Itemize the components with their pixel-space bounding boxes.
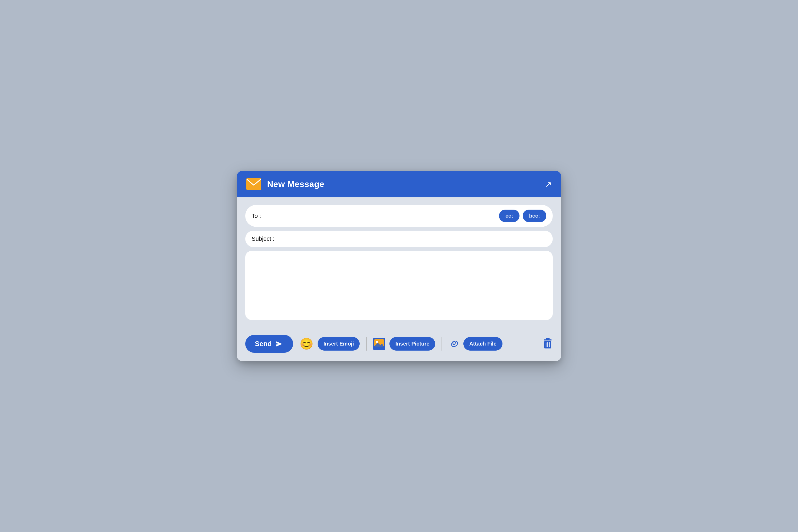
to-field-row: To : cc: bcc: (245, 205, 553, 227)
compose-header: New Message ↗ (237, 171, 561, 197)
picture-group: Insert Picture (373, 337, 435, 350)
compose-footer: Send 😊 Insert Emoji Insert Picture (237, 328, 561, 361)
svg-point-4 (376, 341, 378, 343)
trash-icon (543, 337, 553, 349)
cc-button[interactable]: cc: (499, 210, 519, 222)
divider-1 (366, 337, 366, 350)
to-input[interactable] (261, 212, 499, 220)
compose-body: To : cc: bcc: Subject : (237, 197, 561, 328)
divider-2 (441, 337, 442, 350)
envelope-icon (246, 178, 261, 190)
to-label: To : (252, 212, 261, 220)
subject-field-row: Subject : (245, 231, 553, 247)
trash-button[interactable] (543, 337, 553, 350)
cc-bcc-group: cc: bcc: (499, 210, 546, 222)
insert-picture-button[interactable]: Insert Picture (390, 337, 435, 350)
attach-file-button[interactable]: Attach File (463, 337, 502, 350)
message-textarea[interactable] (252, 257, 546, 314)
send-button[interactable]: Send (245, 335, 293, 353)
insert-emoji-button[interactable]: Insert Emoji (318, 337, 360, 350)
paperclip-icon (449, 339, 459, 349)
bcc-button[interactable]: bcc: (523, 210, 546, 222)
svg-rect-0 (246, 178, 261, 190)
subject-input[interactable] (274, 235, 546, 242)
svg-rect-7 (546, 338, 550, 339)
compose-window: New Message ↗ To : cc: bcc: Subject : Se… (237, 171, 561, 361)
message-body-container (245, 251, 553, 320)
attach-group: Attach File (449, 337, 502, 350)
emoji-icon: 😊 (300, 337, 314, 350)
emoji-group: 😊 Insert Emoji (300, 337, 360, 350)
send-label: Send (255, 340, 272, 348)
picture-icon (373, 338, 385, 350)
subject-label: Subject : (252, 235, 274, 242)
svg-rect-6 (544, 339, 552, 341)
header-left: New Message (246, 178, 324, 190)
expand-icon[interactable]: ↗ (545, 179, 552, 189)
send-plane-icon (276, 341, 283, 347)
compose-title: New Message (267, 179, 324, 189)
